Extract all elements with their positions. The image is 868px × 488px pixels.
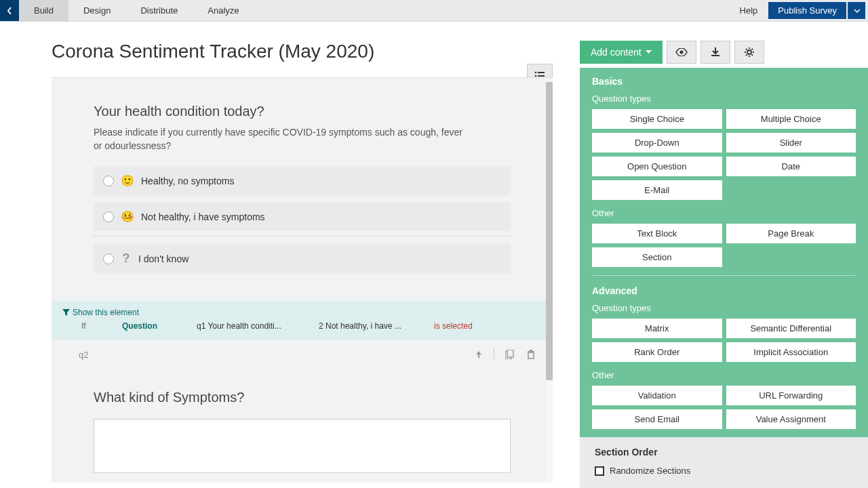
randomize-label: Randomize Sections — [610, 466, 690, 476]
option-label: I don't know — [138, 253, 189, 264]
publish-button[interactable]: Publish Survey — [768, 2, 846, 19]
type-page-break[interactable]: Page Break — [726, 224, 856, 243]
cond-selected[interactable]: is selected — [434, 321, 473, 331]
qtypes-heading: Question types — [592, 94, 856, 104]
question-2: What kind of Symptoms? — [52, 369, 553, 473]
condition-row: If Question q1 Your health conditi... 2 … — [62, 317, 542, 331]
nav-tabs: Build Design Distribute Analyze — [19, 0, 254, 21]
type-semantic-differential[interactable]: Semantic Differential — [726, 319, 856, 338]
copy-button[interactable] — [498, 346, 520, 363]
svg-point-2 — [535, 75, 537, 77]
page-title: Corona Sentiment Tracker (May 2020) — [52, 41, 580, 62]
type-section[interactable]: Section — [592, 247, 722, 267]
svg-rect-1 — [538, 72, 545, 73]
tab-build[interactable]: Build — [19, 0, 68, 21]
cond-choice[interactable]: 2 Not healthy, i have ... — [319, 321, 414, 331]
type-open-question[interactable]: Open Question — [592, 157, 722, 176]
type-text-block[interactable]: Text Block — [592, 224, 722, 243]
smile-emoji-icon: 🙂 — [121, 174, 134, 187]
radio-icon — [103, 211, 114, 222]
caret-down-icon — [854, 9, 861, 13]
sick-emoji-icon: 🤒 — [121, 210, 134, 223]
svg-point-0 — [535, 72, 537, 74]
trash-icon — [527, 350, 535, 359]
q2-title[interactable]: What kind of Symptoms? — [94, 390, 511, 405]
delete-button[interactable] — [520, 346, 542, 363]
q1-option-3[interactable]: ? I don't know — [94, 243, 511, 274]
question-1: Your health condition today? Please indi… — [52, 78, 553, 301]
option-label: Healthy, no symptoms — [141, 176, 234, 186]
svg-point-11 — [679, 51, 683, 54]
filter-icon — [62, 309, 70, 317]
back-button[interactable] — [0, 0, 19, 21]
side-panel: Add content Basics Question types Single… — [580, 22, 868, 488]
tab-analyze[interactable]: Analyze — [193, 0, 254, 21]
q1-option-2[interactable]: 🤒 Not healthy, i have symptoms — [94, 202, 511, 231]
type-send-email[interactable]: Send Email — [592, 409, 722, 429]
q1-option-1[interactable]: 🙂 Healthy, no symptoms — [94, 166, 511, 195]
download-icon — [711, 47, 720, 57]
option-label: Not healthy, i have symptoms — [141, 211, 265, 222]
condition-block[interactable]: Show this element If Question q1 Your he… — [52, 301, 553, 339]
move-up-button[interactable] — [468, 346, 490, 363]
content-panel: Basics Question types Single Choice Mult… — [580, 68, 868, 488]
preview-button[interactable] — [667, 41, 696, 64]
q2-textarea[interactable] — [94, 419, 511, 473]
cond-if: If — [81, 321, 102, 331]
download-button[interactable] — [701, 41, 730, 64]
svg-point-13 — [747, 50, 751, 54]
help-link[interactable]: Help — [729, 0, 769, 21]
type-multiple-choice[interactable]: Multiple Choice — [726, 109, 856, 129]
divider — [592, 275, 856, 276]
svg-rect-10 — [530, 350, 532, 351]
section-order-title: Section Order — [595, 447, 853, 458]
basics-heading: Basics — [592, 76, 856, 87]
publish-dropdown[interactable] — [848, 2, 865, 19]
adv-other-heading: Other — [592, 370, 856, 380]
type-single-choice[interactable]: Single Choice — [592, 109, 722, 129]
arrow-up-icon — [475, 350, 483, 359]
tab-design[interactable]: Design — [68, 0, 125, 21]
type-slider[interactable]: Slider — [726, 133, 856, 152]
type-validation[interactable]: Validation — [592, 386, 722, 405]
type-url-forwarding[interactable]: URL Forwarding — [726, 386, 856, 405]
type-rank-order[interactable]: Rank Order — [592, 342, 722, 362]
gear-icon — [744, 47, 755, 58]
settings-button[interactable] — [734, 41, 764, 64]
q1-help[interactable]: Please indicate if you currently have sp… — [94, 126, 473, 152]
cond-question-label[interactable]: Question — [122, 321, 176, 331]
eye-icon — [675, 48, 688, 56]
top-nav: Build Design Distribute Analyze Help Pub… — [0, 0, 868, 22]
q2-toolbar: q2 — [52, 339, 553, 369]
q1-title[interactable]: Your health condition today? — [94, 104, 511, 119]
q2-id: q2 — [62, 350, 90, 360]
radio-icon — [103, 176, 114, 186]
type-matrix[interactable]: Matrix — [592, 319, 722, 338]
type-implicit-association[interactable]: Implicit Association — [726, 342, 856, 362]
tab-distribute[interactable]: Distribute — [125, 0, 193, 21]
section-order-panel: Section Order Randomize Sections — [580, 437, 868, 488]
add-content-button[interactable]: Add content — [580, 41, 663, 64]
main-column: Corona Sentiment Tracker (May 2020) Your… — [0, 22, 580, 488]
side-toolbar: Add content — [580, 41, 868, 68]
svg-rect-3 — [538, 75, 545, 77]
chevron-left-icon — [6, 6, 13, 16]
svg-rect-12 — [711, 55, 719, 56]
checkbox-icon — [595, 466, 604, 476]
type-date[interactable]: Date — [726, 157, 856, 176]
cond-question-ref[interactable]: q1 Your health conditi... — [197, 321, 298, 331]
scrollbar-track[interactable] — [546, 78, 553, 483]
condition-header: Show this element — [62, 308, 542, 317]
survey-panel: Your health condition today? Please indi… — [52, 77, 553, 483]
type-email[interactable]: E-Mail — [592, 180, 722, 200]
randomize-sections-row[interactable]: Randomize Sections — [595, 466, 853, 476]
advanced-heading: Advanced — [592, 285, 856, 296]
type-value-assignment[interactable]: Value Assignment — [726, 409, 856, 429]
type-drop-down[interactable]: Drop-Down — [592, 133, 722, 152]
adv-qtypes-heading: Question types — [592, 303, 856, 313]
scrollbar-thumb[interactable] — [546, 82, 553, 380]
svg-rect-7 — [507, 350, 513, 357]
caret-down-icon — [646, 50, 652, 54]
question-mark-icon: ? — [121, 251, 132, 266]
radio-icon — [103, 253, 114, 264]
